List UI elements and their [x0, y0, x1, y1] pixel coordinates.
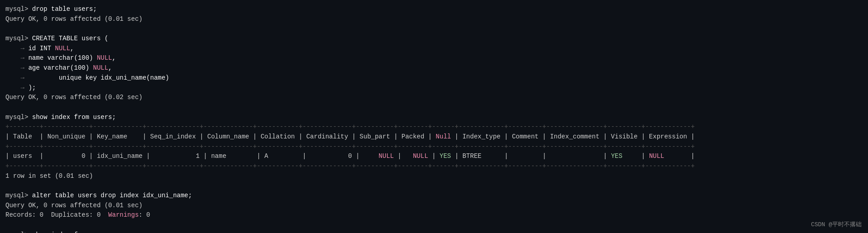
line-id: → id INT NULL, — [5, 44, 863, 54]
terminal: mysql> drop table users; Query OK, 0 row… — [0, 0, 868, 233]
result-text: Query OK, 0 rows affected (0.01 sec) — [5, 15, 142, 23]
line-age: → age varchar(100) NULL, — [5, 63, 863, 73]
blank-1 — [5, 24, 863, 34]
line-create: mysql> CREATE TABLE users ( — [5, 34, 863, 44]
line-records: Records: 0 Duplicates: 0 Warnings: 0 — [5, 210, 863, 220]
blank-4 — [5, 220, 863, 230]
line-2: Query OK, 0 rows affected (0.01 sec) — [5, 14, 863, 24]
line-name: → name varchar(100) NULL, — [5, 53, 863, 63]
blank-3 — [5, 181, 863, 191]
watermark: CSDN @平时不撂础 — [811, 220, 862, 228]
blank-2 — [5, 103, 863, 113]
cmd-text: drop table users; — [32, 5, 97, 13]
line-1: mysql> drop table users; — [5, 5, 863, 14]
prompt: mysql> — [5, 5, 32, 13]
data-row: | users | 0 | idx_uni_name | 1 | name | … — [5, 152, 863, 162]
line-show: mysql> show index from users; — [5, 113, 863, 123]
sep-2: +--------+------------+-------------+---… — [5, 142, 863, 152]
line-alter-result: Query OK, 0 rows affected (0.01 sec) — [5, 201, 863, 211]
rowcount: 1 row in set (0.01 sec) — [5, 171, 863, 181]
sep-3: +--------+------------+-------------+---… — [5, 162, 863, 171]
line-unique: → unique key idx_uni_name(name) — [5, 73, 863, 83]
annotation-text: 唯一 索引被删除 — [103, 231, 152, 233]
table-header: | Table | Non_unique | Key_name | Seq_in… — [5, 132, 863, 142]
line-alter: mysql> alter table users drop index idx_… — [5, 191, 863, 201]
line-close: → ); — [5, 83, 863, 93]
line-query2: Query OK, 0 rows affected (0.02 sec) — [5, 93, 863, 103]
sep-1: +--------+------------+-------------+---… — [5, 122, 863, 132]
